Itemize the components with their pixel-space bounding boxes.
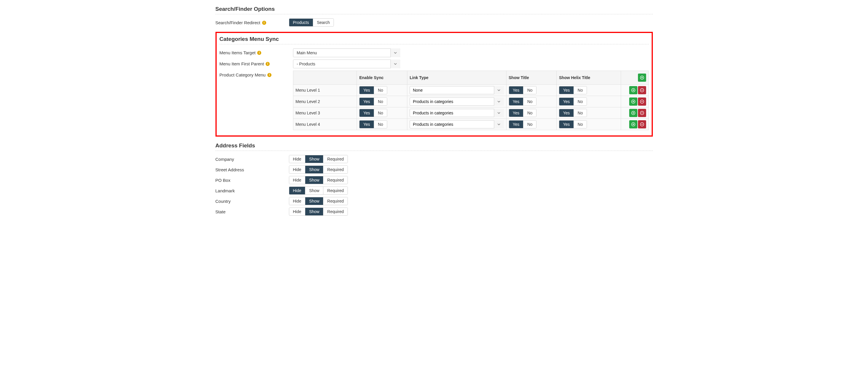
toggle-no[interactable]: No — [374, 98, 387, 105]
toggle-no[interactable]: No — [574, 109, 587, 117]
toggle-products[interactable]: Products — [289, 19, 313, 26]
toggle-show[interactable]: Show — [305, 187, 323, 194]
cell-show-title-toggle[interactable]: YesNo — [509, 97, 537, 106]
cell-show-title-toggle[interactable]: YesNo — [509, 86, 537, 94]
toggle-hide[interactable]: Hide — [289, 176, 305, 184]
toggle-yes[interactable]: Yes — [559, 120, 574, 128]
toggle-address-visibility[interactable]: HideShowRequired — [289, 186, 348, 195]
toggle-hide[interactable]: Hide — [289, 208, 305, 215]
toggle-search-redirect[interactable]: Products Search — [289, 19, 334, 27]
toggle-show[interactable]: Show — [305, 176, 323, 184]
select-link-type[interactable]: Products in categories — [410, 97, 504, 106]
add-row-button[interactable] — [629, 120, 638, 128]
toggle-no[interactable]: No — [574, 98, 587, 105]
toggle-required[interactable]: Required — [323, 208, 347, 215]
toggle-no[interactable]: No — [374, 120, 387, 128]
table-row: Menu Level 2YesNoProducts in categoriesY… — [293, 96, 648, 108]
cell-actions — [621, 85, 648, 96]
toggle-yes[interactable]: Yes — [559, 109, 574, 117]
toggle-hide[interactable]: Hide — [289, 197, 305, 205]
cell-enable-sync: YesNo — [357, 108, 407, 119]
address-field-row: CountryHideShowRequired — [215, 197, 653, 205]
toggle-yes[interactable]: Yes — [360, 120, 374, 128]
toggle-address-visibility[interactable]: HideShowRequired — [289, 197, 348, 205]
toggle-yes[interactable]: Yes — [509, 120, 523, 128]
cell-show-title-toggle[interactable]: YesNo — [509, 120, 537, 128]
toggle-yes[interactable]: Yes — [360, 86, 374, 94]
toggle-required[interactable]: Required — [323, 166, 347, 173]
remove-row-button[interactable] — [638, 97, 646, 106]
add-row-button[interactable] — [629, 109, 638, 117]
cell-show-title: YesNo — [506, 85, 557, 96]
cell-enable-sync-toggle[interactable]: YesNo — [359, 86, 387, 94]
toggle-address-visibility[interactable]: HideShowRequired — [289, 166, 348, 174]
cell-show-helix-title-toggle[interactable]: YesNo — [559, 120, 587, 128]
toggle-yes[interactable]: Yes — [509, 109, 523, 117]
add-row-button[interactable] — [629, 86, 638, 94]
toggle-no[interactable]: No — [523, 86, 536, 94]
select-menu-items-target[interactable]: Main Menu — [293, 49, 400, 57]
label-address-field: State — [215, 207, 289, 214]
table-row: Menu Level 3YesNoProducts in categoriesY… — [293, 108, 648, 119]
toggle-address-visibility[interactable]: HideShowRequired — [289, 207, 348, 216]
remove-row-button[interactable] — [638, 109, 646, 117]
cell-show-title: YesNo — [506, 96, 557, 108]
toggle-no[interactable]: No — [374, 86, 387, 94]
toggle-required[interactable]: Required — [323, 176, 347, 184]
address-field-row: CompanyHideShowRequired — [215, 155, 653, 163]
toggle-hide[interactable]: Hide — [289, 155, 305, 163]
cell-show-title-toggle[interactable]: YesNo — [509, 109, 537, 117]
cell-show-helix-title-toggle[interactable]: YesNo — [559, 86, 587, 94]
toggle-address-visibility[interactable]: HideShowRequired — [289, 155, 348, 163]
toggle-required[interactable]: Required — [323, 155, 347, 163]
toggle-search[interactable]: Search — [313, 19, 334, 26]
cell-show-helix-title-toggle[interactable]: YesNo — [559, 109, 587, 117]
section-title-search-finder: Search/Finder Options — [215, 6, 653, 14]
toggle-show[interactable]: Show — [305, 155, 323, 163]
cell-enable-sync-toggle[interactable]: YesNo — [359, 120, 387, 128]
select-link-type[interactable]: None — [410, 86, 504, 94]
toggle-yes[interactable]: Yes — [360, 109, 374, 117]
add-row-button[interactable] — [638, 74, 646, 82]
label-search-redirect: Search/Finder Redirect i — [215, 19, 289, 25]
remove-row-button[interactable] — [638, 86, 646, 94]
toggle-address-visibility[interactable]: HideShowRequired — [289, 176, 348, 184]
cell-show-title: YesNo — [506, 108, 557, 119]
toggle-no[interactable]: No — [523, 109, 536, 117]
cell-actions — [621, 108, 648, 119]
cell-menu-level: Menu Level 4 — [293, 119, 357, 130]
cell-menu-level: Menu Level 1 — [293, 85, 357, 96]
add-row-button[interactable] — [629, 97, 638, 106]
remove-row-button[interactable] — [638, 120, 646, 128]
cell-enable-sync: YesNo — [357, 85, 407, 96]
toggle-yes[interactable]: Yes — [559, 98, 574, 105]
info-icon: i — [266, 62, 270, 66]
toggle-yes[interactable]: Yes — [360, 98, 374, 105]
toggle-show[interactable]: Show — [305, 208, 323, 215]
table-row: Menu Level 1YesNoNoneYesNoYesNo — [293, 85, 648, 96]
toggle-required[interactable]: Required — [323, 197, 347, 205]
toggle-yes[interactable]: Yes — [559, 86, 574, 94]
cell-link-type: None — [407, 85, 506, 96]
select-link-type[interactable]: Products in categories — [410, 109, 504, 117]
toggle-no[interactable]: No — [523, 98, 536, 105]
toggle-show[interactable]: Show — [305, 166, 323, 173]
toggle-yes[interactable]: Yes — [509, 86, 523, 94]
cell-enable-sync-toggle[interactable]: YesNo — [359, 97, 387, 106]
toggle-no[interactable]: No — [574, 120, 587, 128]
cell-enable-sync-toggle[interactable]: YesNo — [359, 109, 387, 117]
toggle-hide[interactable]: Hide — [289, 187, 305, 194]
section-address-fields: Address Fields CompanyHideShowRequiredSt… — [215, 142, 653, 216]
select-menu-first-parent[interactable]: - Products — [293, 60, 400, 68]
cell-show-helix-title-toggle[interactable]: YesNo — [559, 97, 587, 106]
toggle-hide[interactable]: Hide — [289, 166, 305, 173]
toggle-yes[interactable]: Yes — [509, 98, 523, 105]
select-link-type[interactable]: Products in categories — [410, 120, 504, 128]
cell-link-type: Products in categories — [407, 119, 506, 130]
toggle-show[interactable]: Show — [305, 197, 323, 205]
section-title-categories-sync: Categories Menu Sync — [220, 36, 649, 45]
toggle-required[interactable]: Required — [323, 187, 347, 194]
toggle-no[interactable]: No — [374, 109, 387, 117]
toggle-no[interactable]: No — [574, 86, 587, 94]
toggle-no[interactable]: No — [523, 120, 536, 128]
